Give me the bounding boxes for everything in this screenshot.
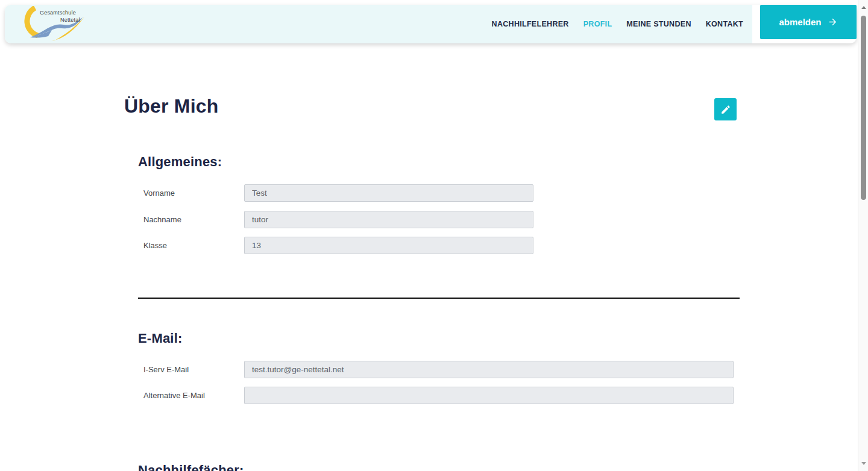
nachname-label: Nachname	[143, 215, 244, 224]
page: Gesamtschule Nettetal NACHHILFELEHRER PR…	[0, 0, 868, 471]
nachname-input[interactable]	[244, 211, 533, 228]
vorname-input[interactable]	[244, 184, 533, 202]
section-heading-email: E-Mail:	[138, 331, 183, 346]
logo-text-line1: Gesamtschule	[40, 10, 76, 16]
alternative-email-label: Alternative E-Mail	[143, 391, 244, 400]
nav-item-meine-stunden[interactable]: MEINE STUNDEN	[626, 20, 691, 28]
logout-button[interactable]: abmelden	[760, 5, 857, 39]
section-heading-general: Allgemeines:	[138, 154, 222, 170]
form-row-nachname: Nachname	[143, 211, 533, 228]
scrollbar-thumb[interactable]	[861, 16, 866, 200]
scroll-down-arrow-icon	[861, 462, 866, 465]
iserv-email-input[interactable]	[244, 361, 734, 378]
pencil-icon	[720, 104, 731, 115]
form-row-klasse: Klasse	[143, 237, 533, 254]
form-row-iserv-email: I-Serv E-Mail	[143, 361, 734, 378]
klasse-input[interactable]	[244, 237, 533, 254]
logout-label: abmelden	[779, 17, 821, 27]
vorname-label: Vorname	[143, 189, 244, 198]
section-heading-subjects-partial: Nachhilfefächer:	[138, 463, 244, 471]
klasse-label: Klasse	[143, 241, 244, 250]
alternative-email-input[interactable]	[244, 387, 734, 404]
logo-text-line2: Nettetal	[60, 17, 80, 23]
iserv-email-label: I-Serv E-Mail	[143, 365, 244, 374]
page-title: Über Mich	[124, 95, 219, 117]
scroll-up-button[interactable]	[858, 2, 868, 13]
form-row-vorname: Vorname	[143, 184, 533, 202]
main-nav: NACHHILFELEHRER PROFIL MEINE STUNDEN KON…	[492, 5, 743, 43]
arrow-right-icon	[828, 17, 838, 27]
form-row-alternative-email: Alternative E-Mail	[143, 387, 734, 404]
scroll-down-button[interactable]	[858, 458, 868, 469]
edit-profile-button[interactable]	[714, 98, 737, 120]
top-navigation-bar: Gesamtschule Nettetal NACHHILFELEHRER PR…	[5, 5, 857, 43]
section-divider	[138, 298, 740, 299]
scrollbar[interactable]	[858, 0, 868, 471]
scroll-up-arrow-icon	[861, 6, 866, 9]
nav-item-nachhilfelehrer[interactable]: NACHHILFELEHRER	[492, 20, 569, 28]
school-logo[interactable]: Gesamtschule Nettetal	[22, 6, 95, 42]
nav-item-kontakt[interactable]: KONTAKT	[706, 20, 743, 28]
nav-item-profil[interactable]: PROFIL	[583, 20, 612, 28]
